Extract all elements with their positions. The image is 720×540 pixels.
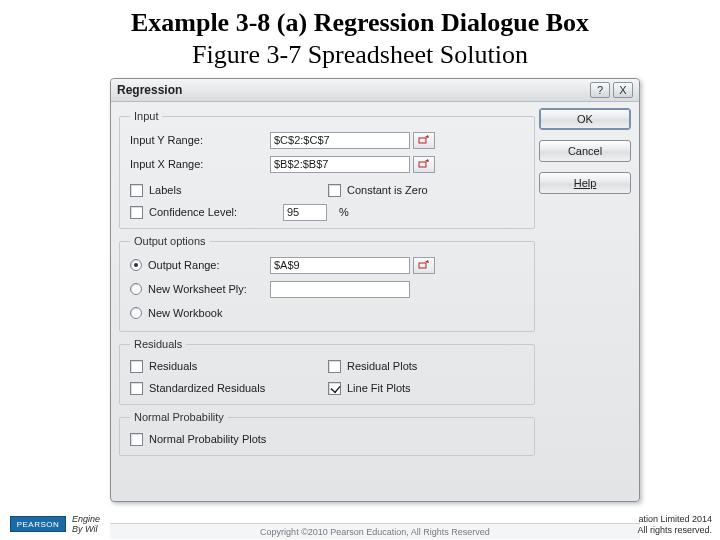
svg-rect-0 [419, 138, 426, 143]
output-options-legend: Output options [130, 235, 210, 247]
footer-right-1: ation Limited 2014 [638, 514, 712, 524]
confidence-percent-label: % [339, 206, 349, 218]
pearson-logo: PEARSON [10, 516, 66, 532]
refedit-icon[interactable] [413, 132, 435, 149]
labels-checkbox[interactable] [130, 184, 143, 197]
line-fit-plots-checkbox[interactable] [328, 382, 341, 395]
dialog-title: Regression [117, 83, 182, 97]
footer-left-1: Engine [72, 514, 100, 524]
slide-title-1: Example 3-8 (a) Regression Dialogue Box [40, 8, 680, 38]
ok-button[interactable]: OK [539, 108, 631, 130]
std-residuals-checkbox[interactable] [130, 382, 143, 395]
slide-footer-left: PEARSON Engine By Wil [10, 514, 100, 534]
input-group: Input Input Y Range: $C$2:$C$7 Input X R… [119, 110, 535, 229]
residuals-checkbox[interactable] [130, 360, 143, 373]
confidence-level-label: Confidence Level: [149, 206, 277, 218]
new-worksheet-input[interactable] [270, 281, 410, 298]
slide-title-2: Figure 3-7 Spreadsheet Solution [40, 40, 680, 70]
new-workbook-label: New Workbook [148, 307, 222, 319]
input-x-range[interactable]: $B$2:$B$7 [270, 156, 410, 173]
confidence-level-input[interactable]: 95 [283, 204, 327, 221]
output-range-input[interactable]: $A$9 [270, 257, 410, 274]
input-y-range[interactable]: $C$2:$C$7 [270, 132, 410, 149]
normal-plots-label: Normal Probability Plots [149, 433, 266, 445]
residual-plots-checkbox[interactable] [328, 360, 341, 373]
normal-probability-legend: Normal Probability [130, 411, 228, 423]
new-worksheet-radio[interactable] [130, 283, 142, 295]
footer-left-2: By Wil [72, 524, 97, 534]
residuals-legend: Residuals [130, 338, 186, 350]
svg-rect-1 [419, 162, 426, 167]
help-button[interactable]: Help [539, 172, 631, 194]
footer-right-2: All rights reserved. [637, 525, 712, 535]
normal-probability-group: Normal Probability Normal Probability Pl… [119, 411, 535, 456]
refedit-icon[interactable] [413, 156, 435, 173]
constant-zero-label: Constant is Zero [347, 184, 428, 196]
new-workbook-radio[interactable] [130, 307, 142, 319]
output-options-group: Output options Output Range: $A$9 New Wo… [119, 235, 535, 332]
input-legend: Input [130, 110, 162, 122]
new-worksheet-label: New Worksheet Ply: [148, 283, 247, 295]
titlebar[interactable]: Regression ? X [111, 79, 639, 102]
help-icon[interactable]: ? [590, 82, 610, 98]
cancel-button[interactable]: Cancel [539, 140, 631, 162]
output-range-radio[interactable] [130, 259, 142, 271]
dialog-copyright: Copyright ©2010 Pearson Education, All R… [110, 523, 640, 539]
close-icon[interactable]: X [613, 82, 633, 98]
output-range-label: Output Range: [148, 259, 220, 271]
residual-plots-label: Residual Plots [347, 360, 417, 372]
slide-footer-right: ation Limited 2014 All rights reserved. [637, 514, 712, 536]
residuals-label: Residuals [149, 360, 197, 372]
refedit-icon[interactable] [413, 257, 435, 274]
input-y-label: Input Y Range: [130, 134, 270, 146]
input-x-label: Input X Range: [130, 158, 270, 170]
std-residuals-label: Standardized Residuals [149, 382, 265, 394]
labels-checkbox-label: Labels [149, 184, 181, 196]
regression-dialog: Regression ? X Input Input Y Range: $C$2… [110, 78, 640, 502]
constant-zero-checkbox[interactable] [328, 184, 341, 197]
normal-plots-checkbox[interactable] [130, 433, 143, 446]
line-fit-plots-label: Line Fit Plots [347, 382, 411, 394]
confidence-level-checkbox[interactable] [130, 206, 143, 219]
residuals-group: Residuals Residuals Residual Plots Stand… [119, 338, 535, 405]
svg-rect-2 [419, 263, 426, 268]
